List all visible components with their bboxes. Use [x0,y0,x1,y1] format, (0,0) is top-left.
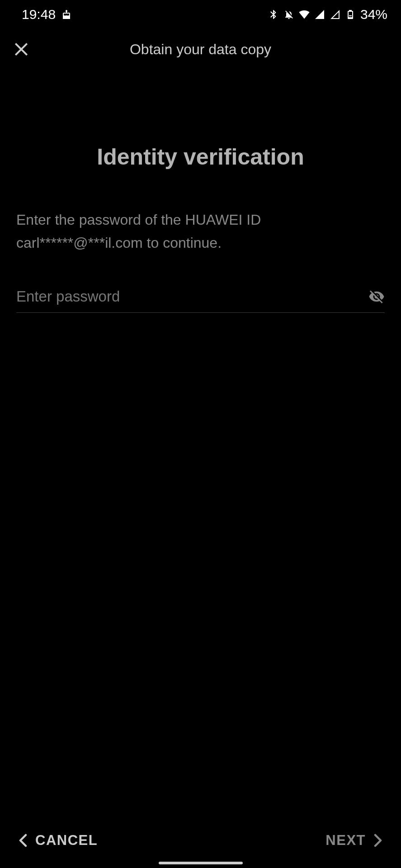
chevron-left-icon [19,834,27,847]
signal-icon-1 [314,9,325,20]
visibility-off-icon[interactable] [368,288,385,305]
cancel-button[interactable]: CANCEL [19,832,98,849]
close-icon[interactable] [13,41,30,58]
wifi-icon [299,9,310,20]
header-title: Obtain your data copy [130,41,271,58]
chevron-right-icon [374,834,382,847]
bluetooth-icon [268,9,279,20]
status-bar: 19:48 34% [0,0,401,27]
status-right: 34% [268,7,387,22]
header: Obtain your data copy [0,27,401,71]
instruction-text: Enter the password of the HUAWEI ID carl… [16,208,385,255]
cancel-label: CANCEL [35,832,98,849]
signal-icon-2 [330,9,340,20]
next-label: NEXT [326,832,366,849]
content-area: Identity verification Enter the password… [0,144,401,313]
notification-off-icon [283,9,294,20]
cake-icon [61,9,72,20]
bottom-navigation: CANCEL NEXT [0,832,401,849]
next-button[interactable]: NEXT [326,832,382,849]
battery-percentage: 34% [360,7,387,22]
battery-icon [345,9,356,20]
home-indicator[interactable] [159,862,243,864]
password-field-container [16,286,385,313]
status-left: 19:48 [22,7,72,22]
page-heading: Identity verification [16,144,385,170]
password-input[interactable] [16,286,364,307]
status-time: 19:48 [22,7,56,22]
